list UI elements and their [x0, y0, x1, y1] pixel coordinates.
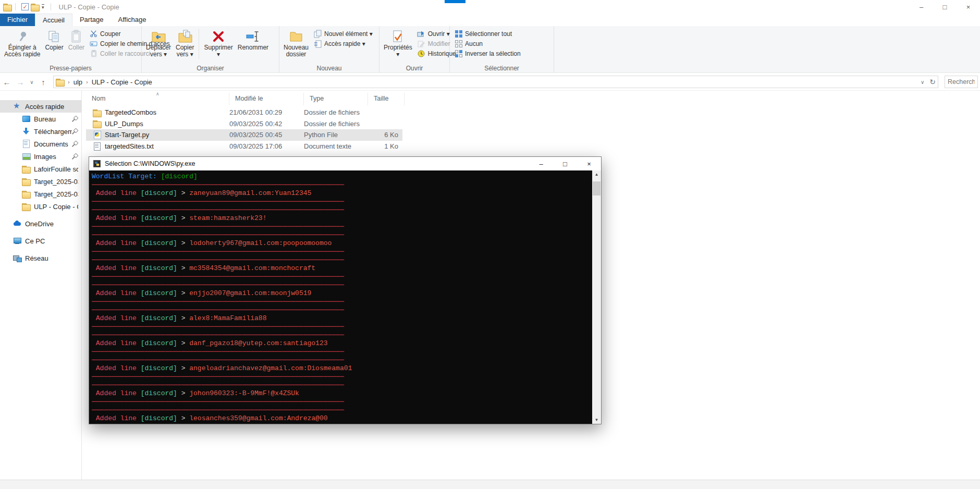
nouvel-element-button[interactable]: Nouvel élément ▾ [313, 29, 373, 39]
console-rule: ────────────────────────────────────────… [92, 323, 592, 331]
column-header-type[interactable]: Type [304, 93, 368, 105]
console-rule: ────────────────────────────────────────… [92, 406, 592, 414]
console-close-button[interactable]: × [577, 157, 601, 170]
sidebar-item-images[interactable]: Images [0, 150, 81, 163]
sidebar-item-reseau[interactable]: Réseau [0, 252, 81, 264]
file-row-start-target-py[interactable]: Start-Target.py09/03/2025 00:45Python Fi… [86, 129, 402, 141]
sidebar-item-ce-pc[interactable]: Ce PC [0, 235, 81, 247]
folder-icon [93, 120, 101, 127]
explorer-titlebar[interactable]: ✓ ▾ ULP - Copie - Copie – □ × [0, 0, 980, 14]
sidebar-item-target-2025-03-09[interactable]: Target_2025-03-09 [0, 188, 81, 200]
acces-rapide-button[interactable]: Accès rapide ▾ [313, 39, 373, 48]
entry-credential: danf_pgazo18@yutep.com:santiago123 [189, 339, 327, 347]
file-name: Start-Target.py [105, 131, 149, 139]
ribbon-group-ouvrir: Propriétés▾Ouvrir ▾ModifierHistoriqueOuv… [379, 26, 450, 73]
file-row-targetedsites-txt[interactable]: targetedSites.txt09/03/2025 17:06Documen… [86, 141, 402, 152]
selectionner-tout-button[interactable]: Sélectionner tout [454, 29, 521, 39]
column-header-modifie[interactable]: Modifié le [229, 93, 304, 105]
python-console-icon [93, 160, 101, 167]
file-size: 6 Ko [368, 131, 401, 139]
console-minimize-button[interactable]: – [529, 157, 553, 170]
ribbon: Épingler àAccès rapideCopierCollerCouper… [0, 26, 980, 73]
coller-button[interactable]: Coller [66, 28, 87, 52]
file-row-ulp-dumps[interactable]: ULP_Dumps09/03/2025 00:42Dossier de fich… [86, 118, 402, 130]
address-dropdown-icon[interactable]: ∨ [921, 79, 924, 85]
pin-icon [72, 128, 78, 135]
ribbon-group-caption: Nouveau [279, 65, 379, 72]
column-headers: ∧ Nom Modifié le Type Taille [86, 93, 405, 105]
aucun-button[interactable]: Aucun [454, 39, 521, 48]
file-name-cell: ULP_Dumps [86, 120, 229, 128]
sidebar-item-label: Téléchargements [34, 128, 72, 136]
sidebar-item-acces-rapide[interactable]: Accès rapide [0, 100, 81, 113]
console-titlebar[interactable]: Sélection C:\WINDOWS\py.exe – □ × [89, 157, 601, 170]
search-input[interactable] [945, 76, 977, 88]
history-icon [417, 50, 426, 58]
proprietes-button[interactable]: Propriétés▾ [382, 28, 414, 59]
supprimer-button[interactable]: Supprimer▾ [202, 28, 235, 59]
forward-icon[interactable]: → [14, 78, 27, 87]
status-bar [0, 480, 980, 489]
tab-fichier[interactable]: Fichier [0, 14, 35, 26]
recent-locations-icon[interactable]: ∨ [27, 79, 36, 85]
sidebar-item-label: Réseau [25, 254, 78, 262]
maximize-button[interactable]: □ [933, 0, 957, 14]
sidebar-item-target-2025-03-08[interactable]: Target_2025-03-08 [0, 175, 81, 188]
console-maximize-button[interactable]: □ [553, 157, 577, 170]
open-icon [417, 30, 426, 38]
ribbon-group-organiser: Déplacervers ▾Copiervers ▾Supprimer▾Reno… [142, 26, 279, 73]
entry-separator: > [177, 414, 189, 422]
column-header-taille[interactable]: Taille [368, 93, 405, 105]
ribbon-button-label: Nouveaudossier [284, 44, 309, 58]
tab-accueil[interactable]: Accueil [35, 14, 72, 26]
console-scrollbar[interactable]: ▲ ▼ [592, 170, 601, 424]
minimize-button[interactable]: – [910, 0, 933, 14]
added-line-label: Added line [92, 314, 141, 322]
epingler-a-acces-rapide-button[interactable]: Épingler àAccès rapide [2, 28, 42, 59]
file-name-cell: targetedSites.txt [86, 142, 229, 151]
sidebar-item-label: LafoirFouille script [34, 165, 78, 173]
console-rule: ────────────────────────────────────────… [92, 331, 592, 339]
refresh-icon[interactable]: ↻ [929, 78, 936, 86]
sidebar-item-telechargements[interactable]: Téléchargements [0, 125, 81, 138]
breadcrumb-item-ulp[interactable]: ulp [74, 78, 82, 86]
pin-icon [72, 116, 78, 122]
quick-access-folder-icon[interactable] [31, 4, 39, 10]
scrollbar-thumb[interactable] [593, 181, 601, 195]
back-icon[interactable]: ← [0, 78, 14, 87]
tab-partage[interactable]: Partage [72, 14, 111, 26]
folder-icon [93, 109, 101, 116]
added-line-label: Added line [92, 339, 141, 347]
tab-affichage[interactable]: Affichage [111, 14, 153, 26]
console-window: Sélection C:\WINDOWS\py.exe – □ × WordLi… [89, 156, 602, 424]
divider [15, 3, 16, 10]
sidebar-item-onedrive[interactable]: OneDrive [0, 217, 81, 230]
newfolder-icon [289, 29, 303, 44]
scroll-down-icon[interactable]: ▼ [592, 416, 601, 424]
breadcrumb[interactable]: ›ulp›ULP - Copie - Copie ∨ ↻ [53, 76, 938, 88]
quick-access-properties-icon[interactable]: ✓ [21, 3, 29, 10]
customize-toolbar-icon[interactable]: ▾ [42, 4, 44, 9]
deplacer-vers-button[interactable]: Déplacervers ▾ [144, 28, 173, 59]
sidebar-item-ulp-copie-copie[interactable]: ULP - Copie - Copie [0, 200, 81, 213]
console-rule: ────────────────────────────────────────… [92, 348, 592, 356]
sidebar-item-documents[interactable]: Documents [0, 138, 81, 150]
breadcrumb-item-ulp-copie-copie[interactable]: ULP - Copie - Copie [92, 78, 152, 86]
up-icon[interactable]: ↑ [36, 78, 50, 87]
ribbon-button-label: Copier [45, 44, 63, 51]
sidebar-item-bureau[interactable]: Bureau [0, 113, 81, 125]
file-row-targetedcombos[interactable]: TargetedCombos21/06/2031 00:29Dossier de… [86, 107, 402, 118]
entry-credential: leosanches359@gmail.com:Andreza@00 [189, 414, 327, 422]
nouveau-dossier-button[interactable]: Nouveaudossier [281, 28, 311, 59]
copier-vers-button[interactable]: Copiervers ▾ [174, 28, 196, 59]
ribbon-mini-label: Accès rapide ▾ [324, 40, 365, 47]
close-button[interactable]: × [957, 0, 980, 14]
copier-button[interactable]: Copier [43, 28, 65, 52]
file-modified: 09/03/2025 00:42 [229, 120, 304, 128]
sidebar-item-label: ULP - Copie - Copie [34, 203, 78, 211]
console-entry: Added line [discord] > zaneyuan89@gmail.… [92, 189, 592, 198]
inverser-la-selection-button[interactable]: Inverser la sélection [454, 48, 521, 58]
renommer-button[interactable]: Renommer [236, 28, 271, 52]
scroll-up-icon[interactable]: ▲ [592, 170, 601, 178]
sidebar-item-lafoirfouille-script[interactable]: LafoirFouille script [0, 163, 81, 175]
